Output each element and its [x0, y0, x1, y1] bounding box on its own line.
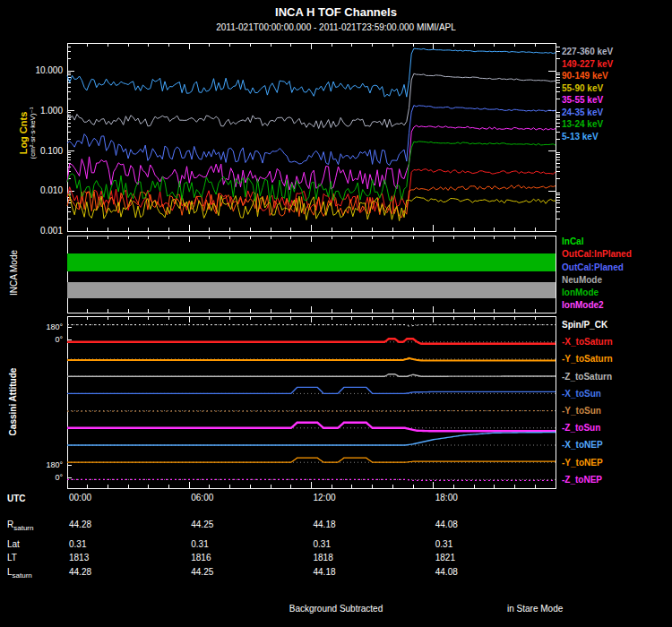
legend-item-z-tosun: -Z_toSun	[562, 419, 613, 436]
series-z-tosaturn	[67, 374, 556, 377]
y-axis-label-inca-mode: INCA Mode	[9, 237, 19, 309]
att-y-tick-label: 0°	[55, 335, 63, 344]
series-5-13-kev	[67, 48, 556, 97]
footer-row-label: LT	[7, 553, 17, 563]
panel-frame	[67, 236, 556, 313]
legend-item-neumode: NeuMode	[562, 274, 632, 287]
legend-item-z-tonep: -Z_toNEP	[562, 471, 613, 488]
footer-value: 44.28	[69, 520, 91, 529]
footer-row-lat: Lat0.310.310.310.31	[0, 539, 672, 552]
legend-item-55-90-kev: 55-90 keV	[562, 82, 613, 95]
series-y-tonep	[67, 458, 556, 462]
x-tick-label: 06:00	[191, 493, 213, 502]
log-cnts-label: Log Cnts	[18, 66, 29, 201]
series-x-tosaturn	[67, 339, 556, 344]
mode-bar-neumode	[67, 282, 556, 298]
y-tick-label: 1.000	[40, 106, 63, 116]
series-y-tosaturn	[67, 358, 556, 361]
panel-frame	[67, 43, 556, 231]
footer-value: 1813	[69, 553, 89, 563]
footer-value: 1818	[314, 553, 333, 563]
caption-stare-mode: in Stare Mode	[507, 604, 563, 614]
y-tick-label: 0.001	[40, 226, 63, 236]
legend-item-outcal-planed: OutCal:Planed	[562, 262, 632, 274]
attitude-legend: Spin/P_CK-X_toSaturn-Y_toSaturn-Z_toSatu…	[562, 316, 613, 488]
x-tick-label: 12:00	[314, 493, 336, 502]
y-tick-label: 0.010	[40, 185, 63, 195]
footer-value: 44.18	[314, 520, 336, 529]
footer-value: 44.08	[435, 567, 458, 577]
series-x-tonep	[67, 433, 556, 446]
legend-item-x-tosaturn: -X_toSaturn	[562, 333, 613, 350]
y-tick-label: 10.000	[35, 65, 63, 75]
series-x-tosun	[67, 387, 556, 393]
legend-item-x-tonep: -X_toNEP	[562, 436, 613, 453]
footer-row-label-sub: saturn	[13, 524, 33, 532]
footer-row-l-saturn: Lsaturn44.2844.2544.1844.08	[0, 567, 672, 580]
footer-value: 0.31	[191, 539, 208, 549]
footer-value: 44.28	[69, 567, 91, 577]
footer-value: 1816	[191, 553, 211, 563]
legend-item-227-360-kev: 227-360 keV	[562, 46, 613, 58]
footer-value: 1821	[435, 553, 455, 563]
x-axis-time-labels: 00:0006:0012:0018:00	[0, 493, 672, 505]
series-z-tosun	[67, 423, 556, 432]
footer-row-label: Lsaturn	[7, 567, 32, 580]
legend-item-13-24-kev: 13-24 keV	[562, 118, 613, 131]
legend-item-y-tosaturn: -Y_toSaturn	[562, 350, 613, 367]
footer-value: 0.31	[69, 539, 86, 549]
x-tick-label: 00:00	[69, 493, 91, 502]
footer-value: 44.08	[435, 520, 458, 529]
legend-item-incal: InCal	[562, 236, 632, 248]
legend-item-5-13-kev: 5-13 keV	[562, 131, 613, 143]
legend-item-ionmode2: IonMode2	[562, 299, 632, 312]
footer-row-label: Lat	[7, 539, 20, 549]
inca-tof-figure: 10.0001.0000.1000.0100.001180°0°180°0° I…	[0, 0, 672, 627]
y-axis-label-log-counts: Log Cnts (cm²·sr·s·keV)⁻¹	[18, 66, 37, 201]
legend-item-x-tosun: -X_toSun	[562, 385, 613, 402]
mode-legend: InCalOutCal:InPlanedOutCal:PlanedNeuMode…	[562, 236, 632, 313]
att-y-tick-label: 180°	[46, 322, 63, 331]
footer-row-label: Rsaturn	[7, 520, 33, 532]
y-tick-label: 0.100	[40, 146, 63, 156]
legend-item-y-tosun: -Y_toSun	[562, 402, 613, 419]
legend-item-spin-p-ck: Spin/P_CK	[562, 316, 613, 333]
footer-value: 0.31	[435, 539, 452, 549]
x-tick-label: 18:00	[435, 493, 458, 502]
footer-value: 44.25	[191, 520, 213, 529]
energy-channel-legend: 227-360 keV149-227 keV90-149 keV55-90 ke…	[562, 46, 613, 142]
footer-row-label-sub: saturn	[13, 571, 32, 580]
att-y-tick-label: 180°	[46, 460, 63, 469]
footer-value: 0.31	[314, 539, 331, 549]
legend-item-outcal-inplaned: OutCal:InPlaned	[562, 248, 632, 261]
series-227-360-kev	[67, 73, 556, 128]
time-range-subtitle: 2011-021T00:00:00.000 - 2011-021T23:59:0…	[0, 22, 672, 32]
page-title: INCA H TOF Channels	[0, 5, 672, 19]
footer-value: 44.25	[191, 567, 213, 577]
legend-item-90-149-kev: 90-149 keV	[562, 70, 613, 82]
legend-item-ionmode: IonMode	[562, 287, 632, 299]
y-axis-label-cassini-attitude: Cassini Attitude	[8, 353, 18, 451]
legend-item-z-tosaturn: -Z_toSaturn	[562, 368, 613, 385]
att-y-tick-label: 0°	[55, 473, 63, 482]
legend-item-24-35-kev: 24-35 keV	[562, 107, 613, 119]
legend-item-y-tonep: -Y_toNEP	[562, 454, 613, 471]
legend-item-35-55-kev: 35-55 keV	[562, 94, 613, 107]
footer-row-lt: LT1813181618181821	[0, 553, 672, 565]
footer-value: 44.18	[314, 567, 336, 577]
footer-row-r-saturn: Rsaturn44.2844.2544.1844.08	[0, 520, 672, 532]
log-cnts-units-label: (cm²·sr·s·keV)⁻¹	[29, 66, 37, 201]
series-24-35-kev	[67, 106, 556, 166]
mode-bar-ionmode	[67, 253, 556, 272]
legend-item-149-227-kev: 149-227 keV	[562, 58, 613, 71]
caption-background-subtracted: Background Subtracted	[0, 604, 672, 614]
